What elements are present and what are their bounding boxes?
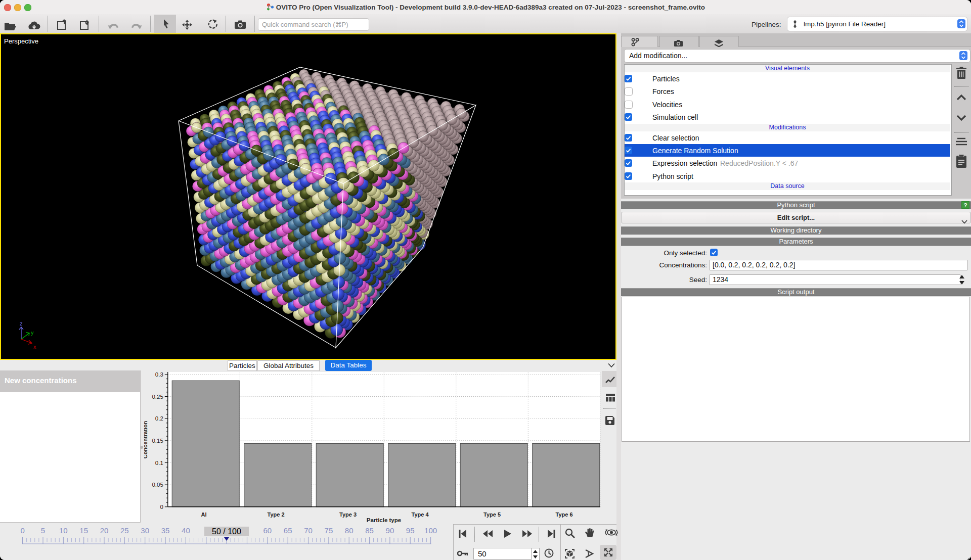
svg-text:30: 30 — [141, 526, 149, 535]
svg-text:Type 2: Type 2 — [267, 511, 284, 518]
svg-text:Type 5: Type 5 — [483, 511, 501, 518]
svg-text:5: 5 — [41, 526, 45, 535]
svg-text:25: 25 — [120, 526, 129, 535]
svg-text:95: 95 — [406, 526, 415, 535]
svg-text:80: 80 — [345, 526, 354, 535]
svg-text:20: 20 — [100, 526, 109, 535]
svg-text:Type 4: Type 4 — [411, 511, 429, 518]
svg-text:40: 40 — [182, 526, 190, 535]
svg-text:x: x — [33, 344, 36, 350]
svg-text:65: 65 — [284, 526, 292, 535]
svg-text:0.3: 0.3 — [155, 371, 163, 378]
svg-text:100: 100 — [424, 526, 437, 535]
svg-text:70: 70 — [304, 526, 313, 535]
svg-text:10: 10 — [59, 526, 68, 535]
svg-text:0.2: 0.2 — [155, 415, 163, 422]
svg-text:90: 90 — [386, 526, 394, 535]
svg-text:Particle type: Particle type — [367, 517, 401, 523]
svg-text:75: 75 — [325, 526, 333, 535]
svg-text:Type 6: Type 6 — [555, 511, 572, 518]
svg-text:85: 85 — [365, 526, 374, 535]
svg-text:y: y — [31, 330, 34, 336]
svg-text:60: 60 — [263, 526, 272, 535]
svg-text:0.1: 0.1 — [155, 460, 163, 466]
svg-text:Concentration: Concentration — [144, 421, 148, 458]
svg-text:0.15: 0.15 — [152, 438, 163, 444]
svg-text:Type 3: Type 3 — [339, 511, 357, 518]
svg-text:0.05: 0.05 — [152, 482, 163, 488]
svg-text:0: 0 — [20, 526, 24, 535]
svg-text:z: z — [20, 320, 23, 326]
svg-text:35: 35 — [161, 526, 170, 535]
svg-text:0: 0 — [160, 504, 163, 510]
svg-text:Al: Al — [201, 511, 207, 518]
svg-text:15: 15 — [79, 526, 88, 535]
svg-text:0.25: 0.25 — [152, 394, 163, 400]
